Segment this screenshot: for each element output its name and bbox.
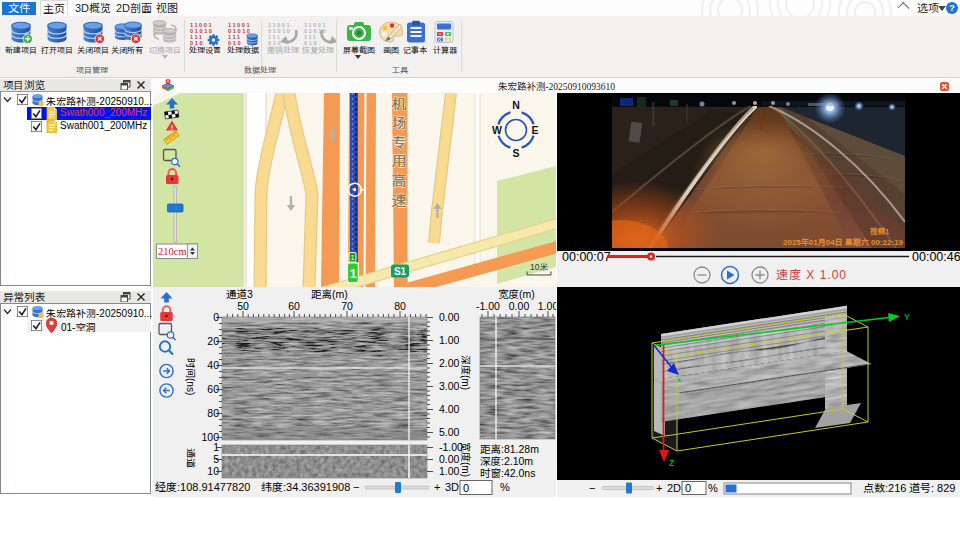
svg-text:60: 60 bbox=[288, 300, 300, 312]
svg-text:80: 80 bbox=[394, 300, 406, 312]
svg-text:−: − bbox=[353, 481, 359, 493]
svg-text:2D: 2D bbox=[667, 482, 681, 494]
svg-text:深度(m): 深度(m) bbox=[460, 355, 471, 390]
svg-text:0: 0 bbox=[213, 311, 219, 323]
svg-text:-1.00: -1.00 bbox=[476, 300, 500, 312]
svg-text:1: 1 bbox=[349, 266, 356, 281]
svg-text:时窗:42.0ns: 时窗:42.0ns bbox=[480, 467, 535, 479]
svg-text:通道: 通道 bbox=[185, 448, 196, 468]
svg-text:+: + bbox=[434, 481, 440, 493]
svg-text:视频1: 视频1 bbox=[870, 227, 889, 236]
svg-text:%: % bbox=[500, 481, 510, 493]
svg-text:1.00: 1.00 bbox=[439, 334, 460, 346]
svg-text:时间(ns): 时间(ns) bbox=[185, 358, 196, 395]
svg-text:%: % bbox=[708, 482, 718, 494]
svg-text:5.00: 5.00 bbox=[439, 426, 460, 438]
svg-text:通道3: 通道3 bbox=[226, 288, 253, 300]
svg-text:210cm: 210cm bbox=[158, 246, 187, 257]
svg-text:纬度:34.36391908: 纬度:34.36391908 bbox=[261, 481, 350, 493]
svg-text:0: 0 bbox=[463, 482, 469, 494]
svg-text:N: N bbox=[512, 99, 520, 111]
svg-text:宽度(m): 宽度(m) bbox=[498, 288, 535, 300]
svg-text:50: 50 bbox=[237, 300, 249, 312]
svg-text:00:00:07: 00:00:07 bbox=[562, 250, 611, 264]
svg-text:专: 专 bbox=[392, 135, 407, 151]
svg-text:10: 10 bbox=[207, 465, 219, 477]
svg-text:+: + bbox=[656, 482, 662, 494]
svg-text:1: 1 bbox=[213, 441, 219, 453]
svg-text:2025年01月04日 星期六 00:22:19: 2025年01月04日 星期六 00:22:19 bbox=[783, 237, 904, 247]
svg-text:1.00: 1.00 bbox=[538, 300, 556, 312]
svg-text:2.00: 2.00 bbox=[439, 357, 460, 369]
svg-text:20: 20 bbox=[207, 335, 219, 347]
svg-text:3.00: 3.00 bbox=[439, 380, 460, 392]
svg-text:0: 0 bbox=[685, 482, 691, 494]
svg-text:速: 速 bbox=[392, 193, 407, 209]
svg-text:Y: Y bbox=[904, 312, 910, 322]
svg-text:0.00: 0.00 bbox=[439, 453, 460, 465]
svg-text:Z: Z bbox=[669, 458, 675, 468]
svg-text:80: 80 bbox=[207, 407, 219, 419]
svg-text:5: 5 bbox=[213, 453, 219, 465]
svg-text:经度:108.91477820: 经度:108.91477820 bbox=[155, 481, 250, 493]
svg-text:−: − bbox=[589, 482, 595, 494]
svg-text:00:00:46: 00:00:46 bbox=[912, 250, 960, 264]
svg-text:1.00: 1.00 bbox=[439, 465, 460, 477]
svg-text:距离:81.28m: 距离:81.28m bbox=[480, 443, 539, 455]
svg-text:距离(m): 距离(m) bbox=[311, 288, 348, 300]
svg-text:点数:216: 点数:216 bbox=[863, 482, 906, 494]
svg-text:10米: 10米 bbox=[530, 262, 548, 272]
svg-text:60: 60 bbox=[207, 383, 219, 395]
svg-text:70: 70 bbox=[341, 300, 353, 312]
svg-text:机: 机 bbox=[392, 96, 407, 112]
svg-text:3D: 3D bbox=[445, 481, 459, 493]
svg-text:x: x bbox=[677, 375, 681, 384]
svg-text:宽度(m): 宽度(m) bbox=[460, 442, 471, 477]
svg-text:高: 高 bbox=[392, 173, 407, 189]
svg-text:40: 40 bbox=[207, 359, 219, 371]
svg-text:深度:2.10m: 深度:2.10m bbox=[480, 455, 533, 467]
svg-text:S: S bbox=[512, 147, 519, 159]
svg-text:!: ! bbox=[171, 124, 173, 131]
svg-text:0.00: 0.00 bbox=[439, 311, 460, 323]
svg-text:4.00: 4.00 bbox=[439, 403, 460, 415]
svg-text:场: 场 bbox=[392, 115, 407, 131]
svg-text:0.00: 0.00 bbox=[509, 300, 530, 312]
svg-text:W: W bbox=[492, 124, 502, 136]
svg-text:S1: S1 bbox=[394, 266, 407, 277]
svg-text:-1.00: -1.00 bbox=[439, 441, 463, 453]
svg-text:道号: 829: 道号: 829 bbox=[909, 482, 955, 494]
svg-text:E: E bbox=[531, 124, 538, 136]
svg-text:速度 X 1.00: 速度 X 1.00 bbox=[776, 268, 847, 282]
svg-text:用: 用 bbox=[392, 153, 407, 169]
svg-text:1: 1 bbox=[350, 253, 354, 262]
